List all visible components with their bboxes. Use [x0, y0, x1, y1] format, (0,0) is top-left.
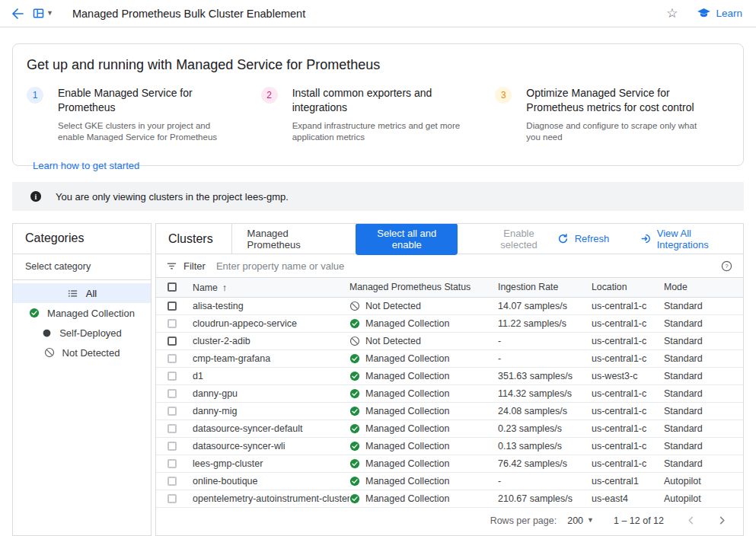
- check-circle-icon: [29, 308, 40, 318]
- check-circle-icon: [349, 441, 360, 451]
- chevron-down-icon: ▼: [46, 10, 53, 17]
- previous-page-button[interactable]: [687, 516, 695, 525]
- refresh-label: Refresh: [575, 233, 610, 244]
- table-row[interactable]: danny-migManaged Collection24.08 samples…: [156, 402, 743, 420]
- cluster-name: alisa-testing: [189, 297, 349, 314]
- refresh-button[interactable]: Refresh: [557, 233, 610, 244]
- table-row[interactable]: alisa-testingNot Detected14.07 samples/s…: [156, 297, 743, 314]
- ingestion-rate-cell: -: [498, 349, 592, 367]
- ingestion-rate-cell: 0.13 samples/s: [498, 437, 592, 455]
- table-row[interactable]: datasource-syncer-wliManaged Collection0…: [156, 437, 743, 455]
- categories-title: Categories: [13, 224, 151, 254]
- step-3: 3Optimize Managed Service for Prometheus…: [495, 86, 729, 144]
- ingestion-rate-cell: 24.08 samples/s: [498, 402, 592, 420]
- next-page-button[interactable]: [718, 516, 726, 525]
- sidebar-item-all[interactable]: All: [13, 283, 151, 303]
- check-circle-icon: [349, 423, 360, 434]
- ingestion-rate-cell: 76.42 samples/s: [498, 455, 592, 472]
- table-row[interactable]: cmp-team-grafanaManaged Collection-us-ce…: [156, 349, 743, 367]
- check-circle-icon: [349, 371, 360, 381]
- filter-input[interactable]: [216, 260, 721, 272]
- step-number-badge: 3: [495, 87, 512, 104]
- clusters-title: Clusters: [168, 232, 213, 246]
- mode-cell: Standard: [664, 314, 743, 332]
- location-cell: us-central1-c: [592, 384, 664, 402]
- column-header-status[interactable]: Managed Prometheus Status: [349, 278, 498, 297]
- column-header-ingestion-rate[interactable]: Ingestion Rate: [498, 278, 592, 297]
- main-content: Categories Select category AllManaged Co…: [12, 223, 744, 536]
- sidebar-item-label: Self-Deployed: [59, 327, 122, 339]
- row-checkbox[interactable]: [167, 302, 177, 311]
- clusters-table: Name↑ Managed Prometheus Status Ingestio…: [156, 278, 743, 508]
- location-cell: us-central1-c: [592, 437, 664, 455]
- mode-cell: Standard: [664, 420, 743, 437]
- cluster-name: danny-mig: [189, 402, 349, 420]
- step-number-badge: 1: [27, 87, 43, 104]
- step-1: 1Enable Managed Service for PrometheusSe…: [27, 86, 261, 144]
- step-2: 2Install common exporters and integratio…: [261, 86, 496, 144]
- status-cell: Managed Collection: [349, 490, 498, 507]
- filter-label: Filter: [183, 260, 206, 272]
- step-description: Expand infrastructure metrics and get mo…: [292, 120, 473, 144]
- sidebar-item-not-detected[interactable]: Not Detected: [13, 343, 151, 362]
- learn-button[interactable]: Learn: [697, 8, 742, 19]
- table-row[interactable]: opentelemetry-autoinstrument-clusterMana…: [156, 490, 743, 507]
- getting-started-card: Get up and running with Managed Service …: [12, 43, 744, 166]
- status-label: Managed Collection: [365, 353, 450, 364]
- status-label: Managed Collection: [365, 458, 450, 469]
- mode-cell: Standard: [664, 367, 743, 384]
- column-header-mode[interactable]: Mode: [664, 278, 743, 297]
- cluster-name: online-boutique: [189, 472, 349, 490]
- table-row[interactable]: d1Managed Collection351.63 samples/sus-w…: [156, 367, 743, 384]
- status-cell: Managed Collection: [349, 349, 498, 367]
- sidebar-item-self-deployed[interactable]: Self-Deployed: [13, 323, 151, 343]
- rows-per-page-select[interactable]: 200 ▼: [567, 515, 594, 526]
- table-row[interactable]: datasource-syncer-defaultManaged Collect…: [156, 420, 743, 437]
- status-cell: Managed Collection: [349, 420, 498, 437]
- status-cell: Managed Collection: [349, 367, 498, 384]
- check-circle-icon: [349, 493, 360, 504]
- mode-cell: Standard: [664, 297, 743, 314]
- sidebar-item-label: All: [86, 288, 97, 299]
- location-cell: us-central1-c: [592, 297, 664, 314]
- table-row[interactable]: cluster-2-adibNot Detected-us-central1-c…: [156, 332, 743, 349]
- status-label: Managed Collection: [365, 493, 450, 504]
- mode-cell: Standard: [664, 402, 743, 420]
- row-checkbox: [167, 354, 177, 363]
- view-all-integrations-button[interactable]: View All Integrations: [641, 228, 731, 250]
- sidebar-item-managed-collection[interactable]: Managed Collection: [13, 303, 151, 323]
- table-row[interactable]: cloudrun-appeco-serviceManaged Collectio…: [156, 314, 743, 332]
- help-icon[interactable]: ?: [721, 260, 732, 272]
- select-all-checkbox[interactable]: [167, 282, 177, 292]
- step-title: Install common exporters and integration…: [292, 86, 473, 115]
- graduation-cap-icon: [697, 8, 710, 18]
- learn-how-link[interactable]: Learn how to get started: [33, 160, 139, 171]
- table-row[interactable]: online-boutiqueManaged Collection-us-cen…: [156, 472, 743, 490]
- column-header-location[interactable]: Location: [592, 278, 664, 297]
- cluster-name: cloudrun-appeco-service: [189, 314, 349, 332]
- window-grid-icon[interactable]: ▼: [33, 8, 53, 19]
- mode-cell: Standard: [664, 455, 743, 472]
- mode-cell: Standard: [664, 384, 743, 402]
- filter-icon: [166, 260, 177, 272]
- step-description: Select GKE clusters in your project and …: [58, 120, 238, 144]
- table-row[interactable]: lees-gmp-clusterManaged Collection76.42 …: [156, 455, 743, 472]
- status-label: Managed Collection: [365, 371, 450, 381]
- location-cell: us-central1-c: [592, 332, 664, 349]
- location-cell: us-central1-c: [592, 349, 664, 367]
- table-row[interactable]: danny-gpuManaged Collection114.32 sample…: [156, 384, 743, 402]
- enable-selected-button: Enable selected: [480, 223, 557, 255]
- banner-text: You are only viewing clusters in the pro…: [56, 191, 289, 203]
- column-header-name[interactable]: Name↑: [189, 278, 349, 297]
- select-all-and-enable-button[interactable]: Select all and enable: [356, 223, 458, 255]
- cluster-name: opentelemetry-autoinstrument-cluster: [189, 490, 349, 507]
- blocked-icon: [349, 336, 360, 346]
- step-number-badge: 2: [261, 87, 278, 104]
- star-icon[interactable]: ☆: [666, 7, 678, 20]
- page-title: Managed Prometheus Bulk Cluster Enableme…: [72, 8, 305, 20]
- back-arrow-icon[interactable]: [11, 7, 24, 21]
- row-checkbox[interactable]: [167, 337, 177, 346]
- row-checkbox: [167, 459, 177, 468]
- divider: [231, 224, 232, 254]
- row-checkbox: [167, 389, 177, 398]
